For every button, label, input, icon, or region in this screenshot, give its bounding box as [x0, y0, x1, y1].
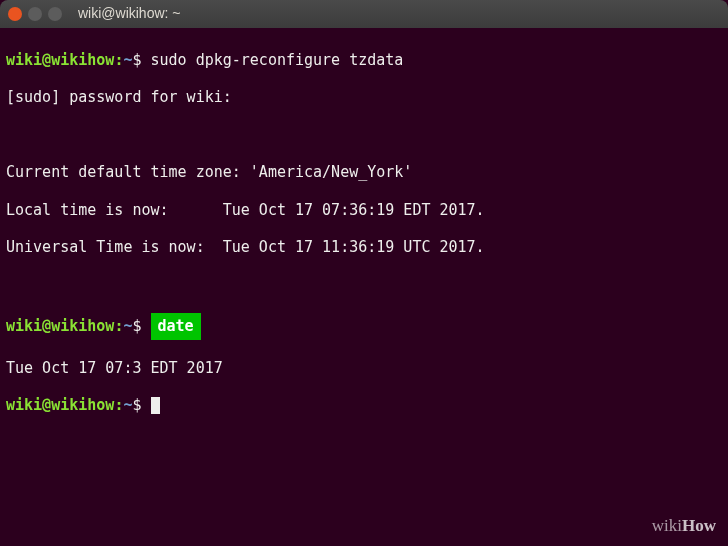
prompt-user: wiki@wikihow [6, 51, 114, 69]
prompt-symbol: $ [132, 51, 141, 69]
blank-line [6, 276, 722, 295]
highlighted-command: date [151, 313, 201, 340]
date-output-pre: Tue Oct 17 07:3 [6, 359, 141, 377]
terminal-body[interactable]: wiki@wikihow:~$ sudo dpkg-reconfigure tz… [0, 28, 728, 546]
watermark: wikiHow [652, 515, 716, 536]
date-output-post: EDT 2017 [141, 359, 222, 377]
terminal-window: wiki@wikihow: ~ wiki@wikihow:~$ sudo dpk… [0, 0, 728, 546]
terminal-line: wiki@wikihow:~$ sudo dpkg-reconfigure tz… [6, 51, 722, 70]
minimize-icon[interactable] [28, 7, 42, 21]
prompt-user: wiki@wikihow [6, 396, 114, 414]
watermark-wiki: wiki [652, 516, 682, 535]
terminal-line: wiki@wikihow:~$ [6, 396, 722, 415]
close-icon[interactable] [8, 7, 22, 21]
cursor [151, 397, 160, 414]
terminal-output: Local time is now: Tue Oct 17 07:36:19 E… [6, 201, 722, 220]
prompt-symbol: $ [132, 396, 141, 414]
terminal-output: Universal Time is now: Tue Oct 17 11:36:… [6, 238, 722, 257]
terminal-line: wiki@wikihow:~$ date [6, 313, 722, 340]
command-text: sudo dpkg-reconfigure tzdata [151, 51, 404, 69]
prompt-user: wiki@wikihow [6, 317, 114, 335]
terminal-output: Current default time zone: 'America/New_… [6, 163, 722, 182]
terminal-output: [sudo] password for wiki: [6, 88, 722, 107]
titlebar: wiki@wikihow: ~ [0, 0, 728, 28]
window-title: wiki@wikihow: ~ [78, 5, 181, 23]
blank-line [6, 126, 722, 145]
terminal-output: Tue Oct 17 07:3 EDT 2017 [6, 359, 722, 378]
watermark-how: How [682, 516, 716, 535]
maximize-icon[interactable] [48, 7, 62, 21]
prompt-symbol: $ [132, 317, 141, 335]
